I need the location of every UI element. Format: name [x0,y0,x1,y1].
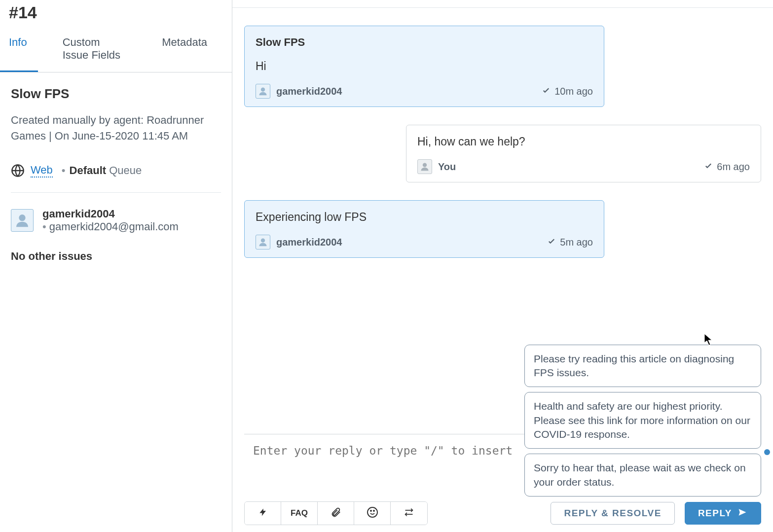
tool-group: FAQ [244,501,428,525]
message-text: Experiencing low FPS [256,211,593,224]
paperclip-icon [331,507,341,520]
suggestion-item[interactable]: Sorry to hear that, please wait as we ch… [524,454,761,497]
issue-title: Slow FPS [11,86,221,102]
message-author: You [438,161,456,173]
faq-button[interactable]: FAQ [281,502,318,525]
check-icon [704,161,713,173]
swap-button[interactable] [391,502,427,525]
queue-text: Queue [109,164,142,177]
message-time: 10m ago [554,86,593,97]
suggestion-item[interactable]: Health and safety are our highest priori… [524,392,761,449]
attachment-button[interactable] [318,502,354,525]
quick-action-button[interactable] [245,502,281,525]
svg-point-5 [368,507,377,517]
separator-dot: • [62,164,66,177]
check-icon [542,86,551,97]
svg-point-4 [261,239,265,243]
message-customer: Slow FPS Hi gamerkid2004 10m ago [244,26,604,107]
tab-metadata[interactable]: Metadata [151,29,218,72]
message-author: gamerkid2004 [276,237,342,248]
svg-point-7 [373,510,374,511]
svg-point-1 [19,214,25,221]
emoji-button[interactable] [354,502,391,525]
message-agent: Hi, how can we help? You 6m ago [406,125,761,182]
lightning-icon [258,507,267,520]
queue-default-label: Default [70,164,107,177]
tabs: Info Custom Issue Fields Metadata [0,29,232,72]
swap-icon [403,507,415,520]
user-email: gamerkid2004@gmail.com [42,220,179,233]
reply-label: REPLY [698,508,732,519]
smiley-icon [367,506,378,521]
user-row[interactable]: gamerkid2004 gamerkid2004@gmail.com [11,208,221,233]
avatar-icon [417,159,432,174]
divider [11,192,221,193]
reply-button[interactable]: REPLY [685,502,761,525]
message-time: 6m ago [717,161,750,173]
source-row: Web • Default Queue [11,164,221,177]
message-time: 5m ago [560,237,593,248]
header-divider [232,0,773,8]
globe-icon [11,164,25,177]
sidebar: #14 Info Custom Issue Fields Metadata Sl… [0,0,232,532]
user-name: gamerkid2004 [42,208,179,220]
message-title: Slow FPS [256,36,593,49]
check-icon [547,237,556,248]
svg-point-2 [261,88,265,92]
suggestion-item[interactable]: Please try reading this article on diagn… [524,345,761,388]
issue-created-line: Created manually by agent: Roadrunner Ga… [11,112,221,144]
message-customer: Experiencing low FPS gamerkid2004 5m ago [244,200,604,258]
message-text: Hi, how can we help? [417,135,750,148]
avatar-icon [11,209,34,232]
issue-body: Slow FPS Created manually by agent: Road… [0,72,232,277]
tab-info[interactable]: Info [0,29,38,72]
notification-dot [764,449,770,455]
svg-point-6 [370,510,371,511]
no-other-issues: No other issues [11,250,221,263]
send-icon [737,508,748,519]
message-text: Hi [256,60,593,73]
message-author: gamerkid2004 [276,86,342,97]
source-web-link[interactable]: Web [31,164,53,177]
suggestions-panel: Please try reading this article on diagn… [524,345,761,497]
issue-id: #14 [0,0,232,29]
avatar-icon [256,235,270,249]
avatar-icon [256,84,270,99]
reply-resolve-button[interactable]: REPLY & RESOLVE [551,502,674,525]
main-panel: Slow FPS Hi gamerkid2004 10m ago Hi, [232,0,773,532]
footer-bar: FAQ REPLY & RESOLVE REPLY [232,501,773,532]
svg-point-3 [423,163,427,167]
tab-custom-fields[interactable]: Custom Issue Fields [52,29,138,72]
